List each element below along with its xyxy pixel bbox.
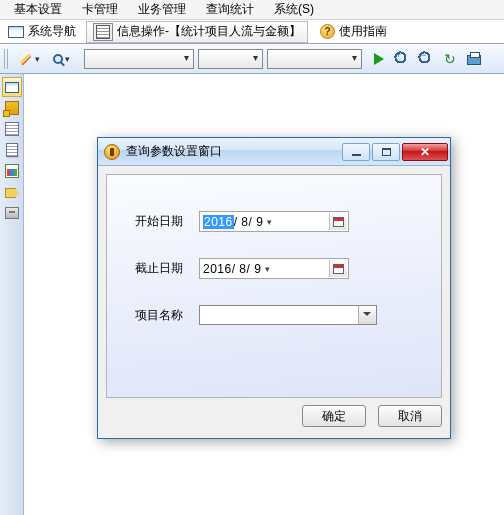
side-chart-button[interactable] [2,161,22,181]
toolbar: ↻ [0,44,504,74]
chart-icon [5,164,19,178]
cancel-button[interactable]: 取消 [378,405,442,427]
dialog-minimize-button[interactable] [342,143,370,161]
magnifier-icon [53,54,63,64]
document-icon [93,23,113,41]
end-date-field[interactable]: 2016/ 8/ 9 ▾ [199,258,349,279]
window-icon [8,26,24,38]
side-documents-button[interactable] [2,140,22,160]
chevron-down-icon[interactable]: ▾ [265,264,270,274]
toolbar-combo-3[interactable] [267,49,362,69]
menu-card-management[interactable]: 卡管理 [72,0,128,20]
run-button[interactable] [374,53,384,65]
drawer-icon [5,207,19,219]
menu-basic-settings[interactable]: 基本设置 [4,0,72,20]
print-button[interactable] [463,48,485,70]
start-date-rest: / 8/ 9 [234,215,264,229]
search-button[interactable] [49,48,81,70]
toolbar-combo-1[interactable] [84,49,194,69]
project-name-label: 项目名称 [135,307,199,324]
zoom-out-button[interactable] [415,48,437,70]
tree-icon [5,101,19,115]
project-name-combo[interactable] [199,305,377,325]
pencil-icon [16,49,36,69]
zoom-in-button[interactable] [391,48,413,70]
start-date-year-selected: 2016 [203,215,234,229]
side-tag-button[interactable] [2,182,22,202]
dialog-title: 查询参数设置窗口 [126,143,340,160]
edit-button[interactable] [15,48,47,70]
main-area: 查询参数设置窗口 ✕ 开始日期 2016/ 8/ 9 ▾ [0,74,504,515]
tag-icon [5,188,19,198]
end-date-value: 2016/ 8/ 9 [203,262,261,276]
system-nav-label: 系统导航 [28,23,76,40]
menu-bar: 基本设置 卡管理 业务管理 查询统计 系统(S) [0,0,504,20]
ok-button[interactable]: 确定 [302,405,366,427]
refresh-icon: ↻ [444,51,456,67]
toolbar-grip [4,49,10,69]
info-operation-label: 信息操作-【统计项目人流与金额】 [117,23,301,40]
system-nav-tab[interactable]: 系统导航 [4,23,80,40]
calendar-icon [333,217,344,227]
help-icon: ? [320,24,335,39]
side-drawer-button[interactable] [2,203,22,223]
window-icon [5,82,19,93]
close-icon: ✕ [420,145,430,159]
usage-guide-tab[interactable]: ? 使用指南 [316,23,391,40]
dialog-app-icon [104,144,120,160]
side-document-button[interactable] [2,119,22,139]
end-date-picker-button[interactable] [329,260,347,277]
chevron-down-icon[interactable]: ▾ [267,217,272,227]
start-date-field[interactable]: 2016/ 8/ 9 ▾ [199,211,349,232]
chevron-down-icon [363,312,371,316]
menu-system[interactable]: 系统(S) [264,0,324,20]
info-operation-tab[interactable]: 信息操作-【统计项目人流与金额】 [86,21,308,43]
content-area: 查询参数设置窗口 ✕ 开始日期 2016/ 8/ 9 ▾ [24,74,504,515]
dialog-close-button[interactable]: ✕ [402,143,448,161]
side-tree-button[interactable] [2,98,22,118]
zoom-out-icon [418,51,434,67]
minimize-icon [352,154,361,156]
navigation-tab-bar: 系统导航 信息操作-【统计项目人流与金额】 ? 使用指南 [0,20,504,44]
end-date-label: 截止日期 [135,260,199,277]
zoom-in-icon [394,51,410,67]
menu-business-management[interactable]: 业务管理 [128,0,196,20]
dialog-maximize-button[interactable] [372,143,400,161]
side-toolbar [0,74,24,515]
start-date-picker-button[interactable] [329,213,347,230]
side-window-button[interactable] [2,77,22,97]
usage-guide-label: 使用指南 [339,23,387,40]
dialog-footer: 确定 取消 [106,402,442,430]
document-icon [5,122,19,136]
toolbar-combo-2[interactable] [198,49,263,69]
refresh-button[interactable]: ↻ [439,48,461,70]
dialog-body: 开始日期 2016/ 8/ 9 ▾ 截止日期 2016/ 8/ 9 ▾ [106,174,442,398]
start-date-label: 开始日期 [135,213,199,230]
printer-icon [467,55,481,65]
menu-query-statistics[interactable]: 查询统计 [196,0,264,20]
documents-icon [6,143,18,157]
calendar-icon [333,264,344,274]
maximize-icon [382,148,391,156]
dialog-titlebar[interactable]: 查询参数设置窗口 ✕ [98,138,450,166]
query-params-dialog: 查询参数设置窗口 ✕ 开始日期 2016/ 8/ 9 ▾ [97,137,451,439]
